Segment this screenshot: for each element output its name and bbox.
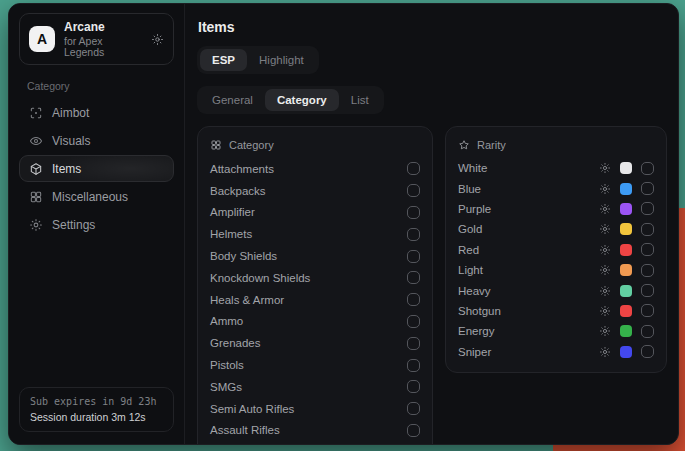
checkbox-grenades[interactable] xyxy=(407,337,420,350)
checkbox-knockdown-shields[interactable] xyxy=(407,271,420,284)
panels-row: Category Attachments Backpacks Amplifier… xyxy=(197,126,667,444)
category-row: Backpacks xyxy=(210,180,420,202)
color-swatch-shotgun[interactable] xyxy=(620,305,632,317)
gear-icon[interactable] xyxy=(599,203,611,215)
arcane-menu-window: A Arcane for Apex Legends Category Aimbo… xyxy=(8,3,679,445)
rarity-panel: Rarity White Blue Purple xyxy=(445,126,667,373)
category-row: Heals & Armor xyxy=(210,289,420,311)
checkbox-pistols[interactable] xyxy=(407,359,420,372)
sidebar-item-label: Visuals xyxy=(52,134,90,148)
tab-category[interactable]: Category xyxy=(265,89,339,111)
gear-icon xyxy=(29,218,43,232)
category-row: Helmets xyxy=(210,223,420,245)
category-row: Ammo xyxy=(210,311,420,333)
category-row: Semi Auto Rifles xyxy=(210,398,420,420)
gear-icon[interactable] xyxy=(599,183,611,195)
gear-icon[interactable] xyxy=(599,285,611,297)
checkbox-red[interactable] xyxy=(641,243,654,256)
color-swatch-red[interactable] xyxy=(620,244,632,256)
checkbox-purple[interactable] xyxy=(641,202,654,215)
sidebar-item-visuals[interactable]: Visuals xyxy=(19,127,174,154)
gear-icon[interactable] xyxy=(599,223,611,235)
gear-icon[interactable] xyxy=(599,244,611,256)
desktop-backdrop: A Arcane for Apex Legends Category Aimbo… xyxy=(0,0,685,451)
sidebar-item-label: Miscellaneous xyxy=(52,190,128,204)
category-panel: Category Attachments Backpacks Amplifier… xyxy=(197,126,433,445)
gear-icon[interactable] xyxy=(599,264,611,276)
checkbox-heals-armor[interactable] xyxy=(407,293,420,306)
sidebar-item-label: Items xyxy=(52,162,81,176)
sidebar-section-label: Category xyxy=(27,80,174,92)
session-duration-text: Session duration 3m 12s xyxy=(30,411,163,423)
gear-icon[interactable] xyxy=(599,325,611,337)
rarity-row: Purple xyxy=(458,199,654,219)
star-icon xyxy=(458,139,470,151)
tab-list[interactable]: List xyxy=(339,89,381,111)
view-tabs: General Category List xyxy=(197,86,384,114)
color-swatch-gold[interactable] xyxy=(620,223,632,235)
color-swatch-white[interactable] xyxy=(620,162,632,174)
checkbox-helmets[interactable] xyxy=(407,228,420,241)
sidebar-item-items[interactable]: Items xyxy=(19,155,174,182)
mode-toggle: ESP Highlight xyxy=(197,46,319,74)
checkbox-assault-rifles[interactable] xyxy=(407,424,420,437)
color-swatch-light[interactable] xyxy=(620,264,632,276)
checkbox-blue[interactable] xyxy=(641,182,654,195)
rarity-row: Gold xyxy=(458,219,654,239)
category-row: Grenades xyxy=(210,332,420,354)
eye-icon xyxy=(29,134,43,148)
color-swatch-energy[interactable] xyxy=(620,325,632,337)
category-row: Pistols xyxy=(210,354,420,376)
checkbox-backpacks[interactable] xyxy=(407,184,420,197)
checkbox-white[interactable] xyxy=(641,162,654,175)
subscription-info-card: Sub expires in 9d 23h Session duration 3… xyxy=(19,387,174,432)
rarity-row: Blue xyxy=(458,178,654,198)
rarity-row: Energy xyxy=(458,321,654,341)
color-swatch-purple[interactable] xyxy=(620,203,632,215)
checkbox-ammo[interactable] xyxy=(407,315,420,328)
page-title: Items xyxy=(198,19,667,35)
sidebar-item-miscellaneous[interactable]: Miscellaneous xyxy=(19,183,174,210)
grid-icon xyxy=(210,139,222,151)
app-name: Arcane xyxy=(64,21,142,33)
checkbox-heavy[interactable] xyxy=(641,284,654,297)
category-row: Attachments xyxy=(210,158,420,180)
checkbox-sniper[interactable] xyxy=(641,345,654,358)
gear-icon[interactable] xyxy=(599,305,611,317)
checkbox-gold[interactable] xyxy=(641,223,654,236)
mode-esp-button[interactable]: ESP xyxy=(200,49,247,71)
app-logo: A xyxy=(29,26,55,52)
checkbox-smgs[interactable] xyxy=(407,380,420,393)
color-swatch-sniper[interactable] xyxy=(620,346,632,358)
rarity-row: Light xyxy=(458,260,654,280)
rarity-row: Shotgun xyxy=(458,301,654,321)
gear-icon[interactable] xyxy=(599,162,611,174)
checkbox-semi-auto-rifles[interactable] xyxy=(407,402,420,415)
rarity-row: Red xyxy=(458,240,654,260)
category-row: Knockdown Shields xyxy=(210,267,420,289)
checkbox-light[interactable] xyxy=(641,264,654,277)
tab-general[interactable]: General xyxy=(200,89,265,111)
sidebar-nav: Aimbot Visuals Items xyxy=(19,99,174,238)
category-row: LMGs xyxy=(210,441,420,445)
checkbox-body-shields[interactable] xyxy=(407,250,420,263)
sidebar-item-aimbot[interactable]: Aimbot xyxy=(19,99,174,126)
checkbox-amplifier[interactable] xyxy=(407,206,420,219)
checkbox-energy[interactable] xyxy=(641,325,654,338)
sidebar-item-label: Settings xyxy=(52,218,95,232)
checkbox-shotgun[interactable] xyxy=(641,304,654,317)
rarity-row: White xyxy=(458,158,654,178)
gear-icon[interactable] xyxy=(599,346,611,358)
color-swatch-heavy[interactable] xyxy=(620,285,632,297)
category-row: Assault Rifles xyxy=(210,420,420,442)
color-swatch-blue[interactable] xyxy=(620,183,632,195)
grid-icon xyxy=(29,190,43,204)
app-header-card: A Arcane for Apex Legends xyxy=(19,13,174,65)
sidebar-item-settings[interactable]: Settings xyxy=(19,211,174,238)
gear-icon[interactable] xyxy=(151,33,164,46)
package-icon xyxy=(29,162,43,176)
mode-highlight-button[interactable]: Highlight xyxy=(247,49,316,71)
category-row: SMGs xyxy=(210,376,420,398)
app-subtitle: for Apex Legends xyxy=(64,36,142,57)
checkbox-attachments[interactable] xyxy=(407,162,420,175)
